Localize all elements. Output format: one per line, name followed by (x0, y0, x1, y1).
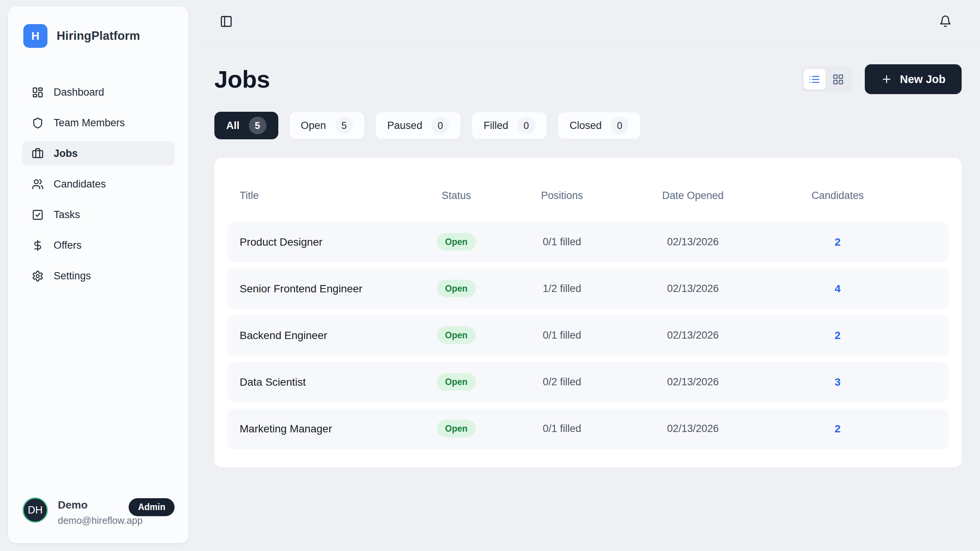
sidebar-item-dashboard[interactable]: Dashboard (22, 80, 175, 104)
plus-icon (881, 73, 892, 85)
list-view-button[interactable] (804, 69, 826, 90)
sidebar: H HiringPlatform Dashboard Team Members … (8, 6, 189, 543)
filter-count-badge: 0 (431, 117, 449, 134)
date-opened-cell: 02/13/2026 (667, 423, 719, 435)
head-controls: New Job (801, 64, 962, 94)
new-job-button[interactable]: New Job (865, 64, 962, 94)
content: Jobs (196, 64, 980, 468)
filter-label: All (226, 120, 240, 132)
candidates-count[interactable]: 2 (835, 329, 841, 342)
sidebar-item-label: Settings (54, 270, 91, 282)
sidebar-item-offers[interactable]: Offers (22, 233, 175, 258)
gear-icon (32, 270, 44, 282)
table-row[interactable]: Senior Frontend Engineer Open 1/2 filled… (227, 269, 949, 309)
column-header-candidates: Candidates (812, 190, 864, 202)
job-title: Backend Engineer (227, 329, 400, 342)
dollar-sign-icon (32, 240, 44, 251)
positions-cell: 0/1 filled (543, 329, 581, 341)
sidebar-item-label: Candidates (54, 178, 106, 190)
grid-view-button[interactable] (827, 69, 849, 90)
candidates-count[interactable]: 4 (835, 283, 841, 295)
jobs-table: Title Status Positions Date Opened Candi… (214, 158, 962, 468)
table-row[interactable]: Backend Engineer Open 0/1 filled 02/13/2… (227, 315, 949, 355)
filter-label: Filled (483, 120, 508, 132)
column-header-positions: Positions (541, 190, 583, 202)
sidebar-item-settings[interactable]: Settings (22, 264, 175, 288)
sidebar-item-team-members[interactable]: Team Members (22, 111, 175, 135)
table-row[interactable]: Product Designer Open 0/1 filled 02/13/2… (227, 222, 949, 262)
user-email: demo@hireflow.app (58, 515, 142, 526)
positions-cell: 0/1 filled (543, 423, 581, 435)
users-icon (32, 178, 44, 190)
shield-icon (32, 117, 44, 129)
filter-tab-paused[interactable]: Paused 0 (376, 112, 461, 139)
column-header-status: Status (442, 190, 471, 202)
sidebar-item-label: Offers (54, 240, 82, 251)
topbar (196, 0, 980, 43)
app-brand: H HiringPlatform (22, 24, 175, 48)
table-header: Title Status Positions Date Opened Candi… (227, 158, 949, 206)
panel-left-icon (220, 15, 233, 28)
table-body: Product Designer Open 0/1 filled 02/13/2… (227, 222, 949, 449)
layout-dashboard-icon (32, 86, 44, 98)
sidebar-item-label: Dashboard (54, 86, 104, 98)
date-opened-cell: 02/13/2026 (667, 283, 719, 295)
role-badge: Admin (129, 498, 175, 516)
filter-tab-filled[interactable]: Filled 0 (472, 112, 547, 139)
filter-tab-open[interactable]: Open 5 (289, 112, 365, 139)
sidebar-item-candidates[interactable]: Candidates (22, 172, 175, 196)
status-badge: Open (437, 420, 476, 437)
positions-cell: 1/2 filled (543, 283, 581, 295)
sidebar-user-card[interactable]: DH Demo demo@hireflow.app Admin (22, 497, 175, 526)
date-opened-cell: 02/13/2026 (667, 236, 719, 248)
column-header-date-opened: Date Opened (662, 190, 724, 202)
app-title: HiringPlatform (57, 29, 140, 43)
view-toggle (801, 67, 852, 92)
filter-count-badge: 0 (518, 117, 535, 134)
status-badge: Open (437, 233, 476, 251)
page-head: Jobs (214, 64, 962, 94)
filter-count-badge: 0 (611, 117, 629, 134)
layout-grid-icon (832, 73, 844, 85)
table-row[interactable]: Marketing Manager Open 0/1 filled 02/13/… (227, 409, 949, 449)
candidates-count[interactable]: 2 (835, 236, 841, 248)
page-title: Jobs (214, 65, 270, 93)
status-badge: Open (437, 280, 476, 297)
job-title: Data Scientist (227, 376, 400, 388)
filter-count-badge: 5 (335, 117, 353, 134)
job-title: Senior Frontend Engineer (227, 283, 400, 295)
status-badge: Open (437, 373, 476, 391)
positions-cell: 0/2 filled (543, 376, 581, 388)
status-filter-tabs: All 5 Open 5 Paused 0 Filled 0 Closed 0 (214, 112, 962, 139)
new-job-label: New Job (900, 73, 946, 86)
square-check-icon (32, 209, 44, 221)
candidates-count[interactable]: 2 (835, 423, 841, 435)
sidebar-item-label: Team Members (54, 117, 125, 129)
main-area: Jobs (196, 0, 980, 551)
filter-tab-closed[interactable]: Closed 0 (558, 112, 640, 139)
status-badge: Open (437, 326, 476, 344)
date-opened-cell: 02/13/2026 (667, 376, 719, 388)
notifications-button[interactable] (939, 15, 952, 28)
sidebar-item-label: Jobs (54, 148, 78, 160)
sidebar-item-jobs[interactable]: Jobs (22, 141, 175, 166)
sidebar-item-label: Tasks (54, 209, 80, 221)
list-icon (808, 73, 820, 85)
column-header-title: Title (227, 190, 259, 202)
filter-label: Open (301, 120, 326, 132)
sidebar-item-tasks[interactable]: Tasks (22, 202, 175, 227)
app-logo: H (23, 24, 47, 48)
sidebar-toggle-button[interactable] (220, 15, 233, 28)
candidates-count[interactable]: 3 (835, 376, 841, 388)
date-opened-cell: 02/13/2026 (667, 329, 719, 341)
table-row[interactable]: Data Scientist Open 0/2 filled 02/13/202… (227, 362, 949, 402)
filter-label: Paused (387, 120, 423, 132)
filter-tab-all[interactable]: All 5 (214, 112, 278, 139)
positions-cell: 0/1 filled (543, 236, 581, 248)
briefcase-icon (32, 148, 44, 160)
job-title: Marketing Manager (227, 423, 400, 435)
sidebar-nav: Dashboard Team Members Jobs Candidates T… (22, 80, 175, 288)
avatar: DH (23, 497, 48, 523)
filter-label: Closed (570, 120, 602, 132)
job-title: Product Designer (227, 236, 400, 248)
